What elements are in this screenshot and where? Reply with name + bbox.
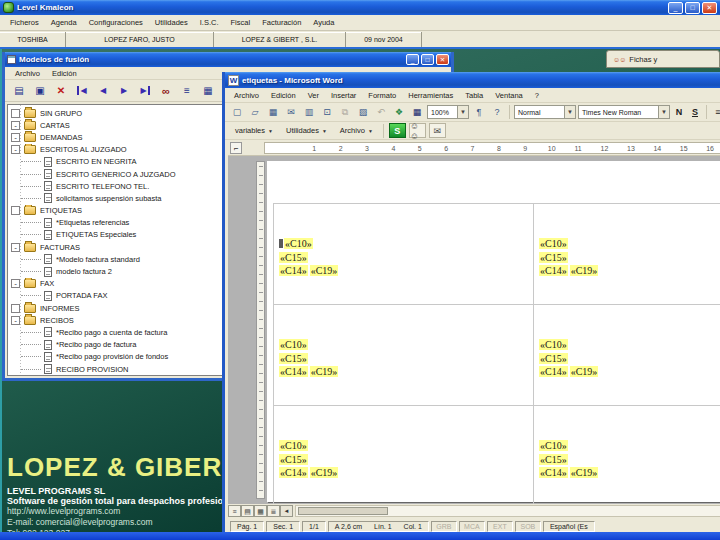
document-page[interactable]: «C10» «C15» «C14»«C19» «C10» «C15» «C14»… [267,161,720,502]
horizontal-ruler[interactable]: ⌐ 12345678910111213141516 [228,140,720,156]
normal-view-button[interactable]: ≡ [228,505,241,517]
utilidades-menu[interactable]: Utilidades ▼ [281,124,332,138]
zoom-combobox[interactable]: 100% ▼ [427,105,469,119]
expand-checkbox[interactable] [11,316,20,325]
merge-envelope-icon[interactable]: ✉ [429,123,446,138]
document-area[interactable]: «C10» «C15» «C14»«C19» «C10» «C15» «C14»… [228,156,720,504]
align-left-button[interactable]: ≡ [711,105,720,119]
menu-item[interactable]: Utilidades [149,18,194,27]
web-view-button[interactable]: ▤ [241,505,254,517]
menu-item[interactable]: Configuraciones [83,18,149,27]
recipients-icon[interactable]: ☺☺ [409,123,426,138]
menu-item[interactable]: Edición [46,69,83,78]
menu-item[interactable]: Archivo [9,69,46,78]
label-cell[interactable]: «C10» «C15» «C14»«C19» [274,305,534,406]
workspace-tab[interactable]: 09 nov 2004 [346,32,422,47]
print-preview-icon[interactable]: ⊡ [319,105,335,120]
label-cell[interactable]: «C10» «C15» «C14»«C19» [534,406,720,504]
fichas-button[interactable]: ☺☺ Fichas y [606,50,720,68]
data-source-icon[interactable]: S [389,123,406,138]
help-icon[interactable]: ? [489,105,505,120]
nav-next-icon[interactable]: ▶ [115,82,133,99]
nav-last-icon[interactable]: ▶ [136,82,154,99]
chevron-down-icon[interactable]: ▼ [564,106,575,118]
close-button[interactable]: ✕ [702,2,717,14]
menu-item[interactable]: Ver [302,91,325,100]
mail-merge-icon[interactable]: ❖ [391,105,407,120]
label-cell[interactable]: «C10» «C15» «C14»«C19» [274,406,534,504]
print-icon[interactable]: ▥ [301,105,317,120]
menu-item[interactable]: Facturación [256,18,307,27]
copy-icon[interactable]: ⧉ [337,105,353,120]
expand-checkbox[interactable] [11,243,20,252]
list-icon[interactable]: ≡ [178,82,196,99]
nav-first-icon[interactable]: ◀ [73,82,91,99]
app-titlebar[interactable]: Level Kmaleon _□✕ [0,0,720,15]
expand-checkbox[interactable] [11,109,20,118]
status-flag[interactable]: GRB [431,521,457,532]
menu-item[interactable]: Edición [265,91,302,100]
workspace-tab[interactable]: LOPEZ FARO, JUSTO [66,32,214,47]
label-cell[interactable]: «C10» «C15» «C14»«C19» [534,305,720,406]
font-combobox[interactable]: Times New Roman ▼ [578,105,670,119]
scroll-left-arrow[interactable]: ◄ [280,505,293,517]
show-marks-icon[interactable]: ¶ [471,105,487,120]
menu-item[interactable]: Tabla [459,91,489,100]
expand-checkbox[interactable] [11,279,20,288]
edit-record-icon[interactable]: ▣ [31,82,49,99]
search-icon[interactable]: ∞ [157,82,175,99]
outline-view-button[interactable]: ≣ [267,505,280,517]
menu-item[interactable]: Herramientas [402,91,459,100]
variables-menu[interactable]: variables ▼ [230,124,278,138]
menu-item[interactable]: Fiscal [225,18,257,27]
vertical-ruler[interactable] [256,161,265,499]
close-button[interactable]: ✕ [436,54,449,65]
open-icon[interactable]: ▱ [247,105,263,120]
menu-item[interactable]: Formato [362,91,402,100]
fusion-titlebar[interactable]: Modelos de fusión _□✕ [5,52,451,67]
menu-item[interactable]: Ficheros [4,18,45,27]
restore-button[interactable]: □ [685,2,700,14]
workspace-tab[interactable]: TOSHIBA [0,32,66,47]
menu-item[interactable]: Ventana [489,91,529,100]
undo-icon[interactable]: ↶ [373,105,389,120]
workspace-tab[interactable]: LOPEZ & GIBERT , S.L. [214,32,346,47]
label-cell[interactable]: «C10» «C15» «C14»«C19» [274,204,534,305]
nav-prev-icon[interactable]: ◀ [94,82,112,99]
underline-button[interactable]: S [688,105,702,119]
archivo-menu[interactable]: Archivo ▼ [335,124,378,138]
label-cell[interactable]: «C10» «C15» «C14»«C19» [534,204,720,305]
expand-checkbox[interactable] [11,145,20,154]
expand-checkbox[interactable] [11,133,20,142]
paste-icon[interactable]: ▨ [355,105,371,120]
menu-item[interactable]: Archivo [228,91,265,100]
bold-button[interactable]: N [672,105,686,119]
menu-item[interactable]: Insertar [325,91,362,100]
delete-record-icon[interactable]: ✕ [52,82,70,99]
minimize-button[interactable]: _ [668,2,683,14]
email-icon[interactable]: ✉ [283,105,299,120]
status-flag[interactable]: MCA [459,521,485,532]
new-record-icon[interactable]: ▤ [10,82,28,99]
menu-item[interactable]: ? [529,91,545,100]
expand-checkbox[interactable] [11,304,20,313]
save-icon[interactable]: ▦ [265,105,281,120]
expand-checkbox[interactable] [11,206,20,215]
status-flag[interactable]: SOB [515,521,541,532]
expand-checkbox[interactable] [11,121,20,130]
word-titlebar[interactable]: W etiquetas - Microsoft Word [225,72,720,88]
tab-stop-selector-icon[interactable]: ⌐ [230,142,242,154]
menu-item[interactable]: Agenda [45,18,83,27]
menu-item[interactable]: I.S.C. [194,18,225,27]
print-icon[interactable]: ▦ [199,82,217,99]
style-combobox[interactable]: Normal ▼ [514,105,576,119]
new-document-icon[interactable]: ▢ [229,105,245,120]
chevron-down-icon[interactable]: ▼ [457,106,468,118]
menu-item[interactable]: Ayuda [307,18,340,27]
chevron-down-icon[interactable]: ▼ [658,106,669,118]
horizontal-scrollbar[interactable] [295,505,720,517]
minimize-button[interactable]: _ [406,54,419,65]
scrollbar-thumb[interactable] [298,507,388,515]
status-flag[interactable]: EXT [487,521,513,532]
print-layout-view-button[interactable]: ▦ [254,505,267,517]
